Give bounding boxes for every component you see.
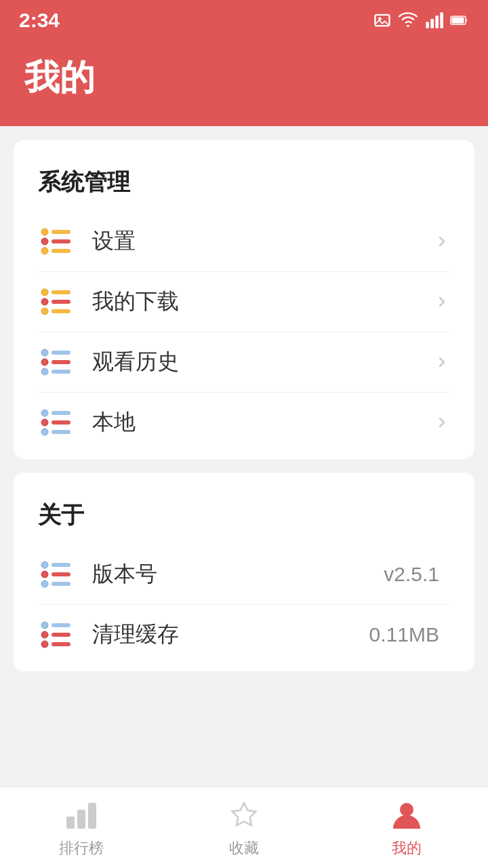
svg-point-27 <box>41 410 48 416</box>
svg-rect-47 <box>88 803 96 829</box>
svg-point-29 <box>41 419 48 426</box>
svg-rect-20 <box>52 309 70 313</box>
svg-rect-45 <box>66 816 75 829</box>
svg-rect-46 <box>77 810 85 829</box>
history-icon <box>38 347 76 377</box>
svg-rect-30 <box>52 420 70 425</box>
favorites-nav-icon <box>226 797 262 834</box>
svg-point-25 <box>41 368 48 375</box>
content: 系统管理 设置 <box>0 126 488 793</box>
svg-rect-38 <box>52 582 70 586</box>
history-chevron <box>434 354 450 370</box>
system-management-card: 系统管理 设置 <box>14 140 474 459</box>
status-bar: 2:34 <box>0 0 488 41</box>
signal-icon <box>424 11 443 30</box>
header: 我的 <box>0 41 488 126</box>
svg-rect-8 <box>452 18 464 24</box>
svg-point-43 <box>41 641 48 648</box>
svg-rect-26 <box>52 370 70 374</box>
local-icon <box>38 408 76 437</box>
clear-cache-icon <box>38 620 76 650</box>
svg-point-19 <box>41 308 48 315</box>
wifi-icon <box>399 11 418 30</box>
nav-favorites-label: 收藏 <box>229 838 259 859</box>
status-icons <box>373 11 469 30</box>
about-card: 关于 版本号 v2.5.1 <box>14 473 474 671</box>
svg-rect-14 <box>52 249 70 253</box>
svg-rect-28 <box>52 411 70 415</box>
svg-point-23 <box>41 359 48 366</box>
local-label: 本地 <box>92 408 434 437</box>
svg-point-15 <box>41 289 48 296</box>
settings-label: 设置 <box>92 226 434 256</box>
svg-point-48 <box>400 803 413 816</box>
local-item[interactable]: 本地 <box>38 393 450 452</box>
photo-icon <box>373 11 392 30</box>
svg-rect-18 <box>52 300 70 304</box>
page-title: 我的 <box>24 54 464 102</box>
clear-cache-value: 0.11MB <box>369 623 439 646</box>
history-label: 观看历史 <box>92 347 434 377</box>
svg-rect-40 <box>52 623 70 627</box>
svg-rect-24 <box>52 360 70 364</box>
mine-nav-icon <box>388 797 425 834</box>
settings-icon <box>38 226 76 256</box>
clear-cache-item[interactable]: 清理缓存 0.11MB <box>38 605 450 665</box>
svg-point-21 <box>41 349 48 356</box>
svg-point-9 <box>41 229 48 235</box>
svg-point-31 <box>41 429 48 435</box>
downloads-item[interactable]: 我的下载 <box>38 272 450 332</box>
downloads-icon <box>38 287 76 317</box>
svg-point-37 <box>41 580 48 587</box>
svg-rect-16 <box>52 290 70 294</box>
nav-ranking[interactable]: 排行榜 <box>0 797 163 859</box>
clear-cache-label: 清理缓存 <box>92 620 369 650</box>
downloads-label: 我的下载 <box>92 287 434 317</box>
svg-rect-44 <box>52 642 70 646</box>
svg-point-17 <box>41 298 48 305</box>
svg-point-41 <box>41 631 48 638</box>
svg-point-35 <box>41 571 48 578</box>
local-chevron <box>434 414 450 431</box>
version-value: v2.5.1 <box>384 563 439 586</box>
svg-rect-5 <box>435 16 439 28</box>
svg-point-11 <box>41 238 48 245</box>
version-label: 版本号 <box>92 559 384 589</box>
ranking-nav-icon <box>63 797 100 834</box>
about-section-title: 关于 <box>38 500 450 531</box>
version-icon <box>38 559 76 589</box>
bottom-nav: 排行榜 收藏 我的 <box>0 787 488 868</box>
history-item[interactable]: 观看历史 <box>38 332 450 393</box>
svg-rect-4 <box>430 19 434 28</box>
svg-rect-34 <box>52 563 70 567</box>
downloads-chevron <box>434 294 450 310</box>
svg-rect-3 <box>426 22 429 28</box>
system-section-title: 系统管理 <box>38 167 450 198</box>
settings-item[interactable]: 设置 <box>38 212 450 272</box>
status-time: 2:34 <box>19 9 60 32</box>
svg-point-2 <box>407 24 409 27</box>
svg-rect-22 <box>52 351 70 355</box>
svg-rect-42 <box>52 633 70 637</box>
nav-ranking-label: 排行榜 <box>59 838 104 859</box>
svg-rect-32 <box>52 430 70 434</box>
svg-point-39 <box>41 622 48 629</box>
svg-rect-10 <box>52 230 70 234</box>
settings-chevron <box>434 233 450 250</box>
nav-mine[interactable]: 我的 <box>325 797 488 859</box>
svg-rect-36 <box>52 572 70 576</box>
svg-point-13 <box>41 248 48 254</box>
svg-rect-12 <box>52 239 70 243</box>
svg-point-33 <box>41 561 48 568</box>
version-item: 版本号 v2.5.1 <box>38 545 450 605</box>
battery-icon <box>450 11 469 30</box>
svg-rect-6 <box>440 12 443 28</box>
nav-mine-label: 我的 <box>392 838 422 859</box>
nav-favorites[interactable]: 收藏 <box>163 797 325 859</box>
